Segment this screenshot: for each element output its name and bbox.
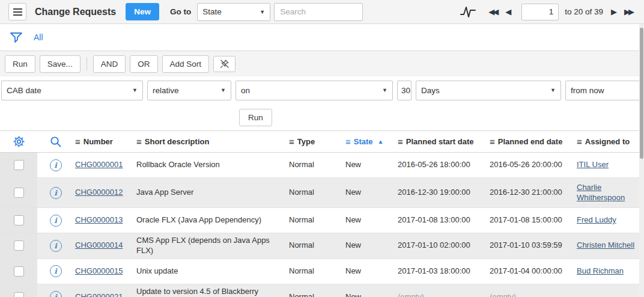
row-checkbox[interactable]	[14, 292, 24, 297]
type-cell: Normal	[288, 153, 344, 177]
planned-start-cell: 2017-01-10 02:00:00	[396, 233, 488, 259]
search-icon	[49, 135, 62, 148]
assigned-to-link[interactable]: ITIL User	[577, 160, 609, 170]
condition-direction-select[interactable]: from now	[565, 81, 640, 100]
column-header-state[interactable]: ≡ State ▲	[344, 131, 396, 152]
info-icon[interactable]	[50, 215, 62, 227]
record-number-link[interactable]: CHG0000013	[75, 215, 123, 225]
type-cell: Normal	[288, 233, 344, 259]
row-checkbox-cell	[0, 259, 37, 284]
first-page-button[interactable]: ◀◀	[487, 5, 499, 19]
row-info-cell	[37, 284, 74, 297]
column-header-type[interactable]: ≡ Type	[288, 131, 344, 152]
planned-end-cell: 2016-05-26 20:00:00	[488, 153, 576, 177]
filter-condition-row: CAB date ▼ relative ▼ on ▼ Days ▼ from n…	[0, 76, 644, 104]
last-page-button[interactable]: ▶▶	[622, 5, 634, 19]
short-description-cell: Rollback Oracle Version	[135, 153, 288, 177]
row-info-cell	[37, 233, 74, 259]
row-checkbox[interactable]	[14, 188, 24, 198]
planned-start-cell: 2017-01-03 18:00:00	[396, 259, 488, 284]
short-description-cell: Java App Server	[135, 178, 288, 207]
assigned-to-link[interactable]: Christen Mitchell	[577, 240, 634, 251]
info-icon[interactable]	[50, 291, 62, 297]
assigned-to-link[interactable]: Fred Luddy	[577, 215, 616, 225]
planned-start-cell: 2016-12-30 19:00:00	[396, 178, 488, 207]
chevron-down-icon: ▼	[382, 87, 387, 93]
search-input[interactable]	[274, 3, 363, 21]
filter-save-button[interactable]: Save...	[40, 55, 80, 73]
type-cell: Normal	[288, 284, 344, 297]
record-number-link[interactable]: CHG0000021	[75, 292, 123, 297]
assigned-to-link[interactable]: Bud Richman	[577, 266, 624, 277]
previous-page-button[interactable]: ◀	[503, 5, 513, 19]
response-time-icon[interactable]	[460, 5, 476, 19]
type-cell: Normal	[288, 178, 344, 207]
planned-end-cell: 2017-01-10 03:59:59	[488, 233, 576, 259]
row-info-cell	[37, 259, 74, 284]
condition-unit-select[interactable]: Days ▼	[416, 81, 561, 100]
info-icon[interactable]	[50, 187, 62, 199]
type-cell: Normal	[288, 259, 344, 284]
condition-run-button[interactable]: Run	[239, 109, 272, 126]
state-cell: New	[344, 259, 396, 284]
new-button[interactable]: New	[126, 3, 159, 20]
scrollbar-thumb[interactable]	[640, 28, 643, 159]
condition-operator-select[interactable]: on ▼	[235, 81, 393, 100]
change-requests-list-page: Change Requests New Go to State ▼ ◀◀ ◀ t…	[0, 0, 644, 297]
planned-end-cell: 2016-12-30 21:00:00	[488, 178, 576, 207]
row-checkbox[interactable]	[14, 160, 24, 170]
row-checkbox-cell	[0, 208, 37, 233]
short-description-cell: Unix update	[135, 259, 288, 284]
table-row: CHG0000013 Oracle FLX (Java App Dependen…	[0, 208, 644, 233]
filter-or-button[interactable]: OR	[130, 55, 157, 73]
list-header-bar: Change Requests New Go to State ▼ ◀◀ ◀ t…	[0, 0, 644, 24]
vertical-scrollbar[interactable]	[639, 24, 644, 297]
row-checkbox-cell	[0, 233, 37, 259]
toolbar-divider	[87, 57, 87, 70]
condition-amount-input[interactable]	[397, 81, 412, 100]
record-number-link[interactable]: CHG0000015	[75, 266, 123, 277]
row-checkbox-cell	[0, 178, 37, 207]
personalize-list-button[interactable]	[0, 131, 37, 152]
column-header-number[interactable]: ≡ Number	[74, 131, 135, 152]
breadcrumb-all-link[interactable]: All	[34, 32, 43, 42]
column-menu-icon: ≡	[490, 136, 495, 147]
column-header-planned-end-date[interactable]: ≡ Planned end date	[488, 131, 576, 152]
record-number-link[interactable]: CHG0000001	[75, 160, 123, 170]
info-icon[interactable]	[50, 159, 62, 171]
unpin-filter-button[interactable]	[213, 56, 235, 72]
list-context-menu-button[interactable]	[8, 3, 26, 20]
assigned-to-link[interactable]: Charlie Whitherspoon	[577, 183, 639, 203]
condition-field-select[interactable]: CAB date ▼	[1, 81, 143, 100]
filter-run-button[interactable]: Run	[5, 55, 35, 73]
row-info-cell	[37, 153, 74, 177]
goto-label: Go to	[170, 7, 191, 16]
info-icon[interactable]	[50, 240, 62, 252]
page-row-input[interactable]	[521, 4, 559, 20]
column-header-short-description[interactable]: ≡ Short description	[135, 131, 288, 152]
column-menu-icon: ≡	[136, 136, 142, 147]
column-header-assigned-to[interactable]: ≡ Assigned to	[576, 131, 644, 152]
row-checkbox[interactable]	[14, 266, 24, 277]
chevron-down-icon: ▼	[220, 87, 226, 93]
info-icon[interactable]	[50, 265, 62, 277]
chevron-down-icon: ▼	[260, 9, 265, 15]
column-menu-icon: ≡	[75, 136, 80, 147]
column-menu-icon: ≡	[398, 136, 403, 147]
list-search-button[interactable]	[37, 131, 74, 152]
column-header-planned-start-date[interactable]: ≡ Planned start date	[396, 131, 488, 152]
filter-and-button[interactable]: AND	[93, 55, 126, 73]
table-row: CHG0000015 Unix update Normal New 2017-0…	[0, 259, 644, 284]
condition-mode-select[interactable]: relative ▼	[147, 81, 231, 100]
record-number-link[interactable]: CHG0000012	[75, 188, 123, 198]
hamburger-icon	[13, 8, 22, 10]
list-column-header-row: ≡ Number ≡ Short description ≡ Type ≡ St…	[0, 130, 644, 153]
add-sort-button[interactable]: Add Sort	[162, 55, 210, 73]
breadcrumb: All	[0, 24, 644, 51]
record-number-link[interactable]: CHG0000014	[75, 240, 123, 251]
row-checkbox[interactable]	[14, 215, 24, 225]
goto-field-select[interactable]: State ▼	[197, 3, 270, 21]
funnel-icon[interactable]	[10, 31, 23, 44]
next-page-button[interactable]: ▶	[609, 5, 619, 19]
row-checkbox[interactable]	[14, 240, 24, 251]
